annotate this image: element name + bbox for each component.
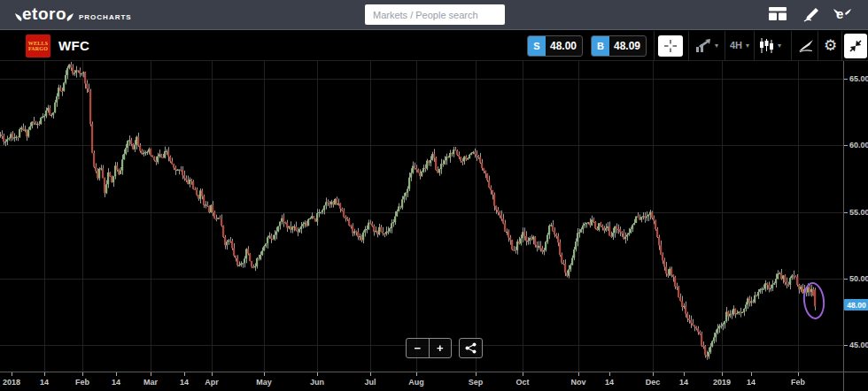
x-axis-tick-label: Nov — [570, 378, 585, 387]
time-axis[interactable]: 201814Feb14Mar14AprMayJunJulAugSepOctNov… — [0, 372, 868, 391]
x-axis-tick-label: 14 — [679, 378, 688, 387]
indicators-icon — [798, 39, 814, 52]
instrument-logo[interactable]: WELLS FARGO — [26, 34, 50, 58]
share-icon — [465, 342, 477, 354]
x-axis-tick — [798, 372, 799, 376]
x-axis-tick-label: 14 — [180, 378, 189, 387]
x-axis-tick — [476, 372, 477, 376]
x-axis-tick — [12, 372, 12, 376]
chart-toolbar: WELLS FARGO WFC S 48.00 B 48.09 ▾ 4H ▾ — [0, 31, 868, 61]
x-axis-tick-label: 14 — [112, 378, 120, 387]
procharts-label: PROCHARTS — [79, 13, 132, 21]
x-axis-tick-label: Apr — [205, 378, 219, 387]
x-axis-tick — [722, 372, 723, 376]
search-box[interactable] — [365, 4, 505, 25]
x-axis-tick — [44, 372, 45, 376]
y-axis-tick — [844, 279, 848, 280]
x-axis-tick — [151, 372, 151, 376]
candle-style-caret-icon: ▾ — [778, 42, 781, 50]
x-axis-tick-label: Dec — [646, 378, 661, 387]
topbar: etoro PROCHARTS e — [0, 0, 868, 30]
x-axis-tick — [653, 372, 654, 376]
x-axis-tick — [82, 372, 83, 376]
y-axis-tick-label: 65.00 — [849, 74, 868, 83]
x-axis-tick — [184, 372, 185, 376]
toolbar-separator — [654, 31, 655, 61]
etoro-logo[interactable]: etoro PROCHARTS — [14, 5, 132, 22]
chart-type-icon — [695, 39, 711, 52]
layout-icon[interactable] — [769, 7, 787, 24]
y-axis-tick-label: 50.00 — [849, 274, 868, 283]
x-axis-tick — [751, 372, 752, 376]
y-axis-tick — [844, 212, 848, 213]
toolbar-separator — [754, 31, 755, 61]
x-axis-tick — [317, 372, 318, 376]
x-axis-tick-label: Feb — [791, 378, 805, 387]
collapse-chart-button[interactable] — [844, 34, 867, 58]
etoro-logo-text: etoro — [22, 5, 66, 22]
x-axis-tick-label: Sep — [469, 378, 484, 387]
buy-price: 48.09 — [609, 36, 646, 56]
x-axis-tick — [416, 372, 417, 376]
x-axis-tick — [116, 372, 117, 376]
search-input[interactable] — [365, 10, 502, 20]
x-axis-tick-label: 2018 — [3, 378, 20, 387]
x-axis-tick-label: Feb — [75, 378, 89, 387]
candlestick-chart[interactable] — [0, 61, 843, 372]
etoro-logo-horn-left — [14, 12, 22, 22]
app-root: etoro PROCHARTS e WELLS FARGO WFC S — [0, 0, 868, 391]
buy-button[interactable]: B 48.09 — [591, 35, 647, 57]
x-axis-tick — [578, 372, 579, 376]
gear-icon: ⚙ — [824, 38, 837, 53]
x-axis-tick — [523, 372, 523, 376]
candle-style-button[interactable]: ▾ — [759, 38, 781, 53]
toolbar-separator — [725, 31, 725, 61]
instrument-logo-line2: FARGO — [28, 46, 48, 51]
candlestick-icon — [759, 38, 774, 53]
indicators-button[interactable] — [798, 39, 814, 52]
timeframe-button[interactable]: 4H ▾ — [730, 40, 749, 50]
crosshair-icon — [663, 39, 678, 53]
price-axis[interactable]: 48.00 65.0060.0055.0050.0045.00 — [843, 61, 868, 391]
y-axis-tick — [844, 345, 848, 346]
buy-letter: B — [592, 36, 609, 56]
y-axis-tick — [844, 79, 848, 80]
x-axis-tick-label: Jul — [364, 378, 376, 387]
x-axis-tick — [264, 372, 265, 376]
instrument-symbol: WFC — [58, 38, 89, 53]
y-axis-tick-label: 45.00 — [849, 341, 868, 349]
etoro-logo-horn-right — [66, 12, 74, 22]
crosshair-button[interactable] — [658, 35, 683, 57]
share-button[interactable] — [459, 338, 483, 358]
y-axis-tick-label: 60.00 — [849, 141, 868, 150]
x-axis-tick-label: Aug — [408, 378, 424, 387]
toolbar-separator — [841, 31, 842, 61]
x-axis-tick — [370, 372, 371, 376]
timeframe-label: 4H — [730, 40, 742, 50]
x-axis-tick — [609, 372, 610, 376]
toolbar-separator — [818, 31, 818, 61]
x-axis-tick-label: 14 — [40, 378, 49, 387]
x-axis-tick-label: 2019 — [713, 378, 731, 387]
sell-button[interactable]: S 48.00 — [527, 35, 583, 57]
toolbar-separator — [791, 31, 792, 61]
settings-button[interactable]: ⚙ — [824, 38, 837, 53]
y-axis-tick — [844, 145, 848, 146]
etoro-menu-horns — [833, 3, 852, 18]
x-axis-tick-label: Jun — [310, 378, 324, 387]
timeframe-caret-icon: ▾ — [746, 42, 749, 50]
last-price-tag: 48.00 — [844, 299, 868, 310]
zoom-in-button[interactable]: + — [430, 339, 452, 357]
y-axis-tick-label: 55.00 — [849, 208, 868, 217]
draw-pencil-icon[interactable] — [802, 7, 819, 26]
chart-type-button[interactable]: ▾ — [695, 39, 718, 52]
zoom-controls: − + — [406, 338, 452, 358]
x-axis-tick-label: 14 — [747, 378, 756, 387]
x-axis-tick — [212, 372, 213, 376]
etoro-menu-icon[interactable]: e — [836, 6, 843, 21]
chart-area: 48.00 65.0060.0055.0050.0045.00 201814Fe… — [0, 61, 868, 391]
sell-price: 48.00 — [546, 36, 582, 56]
sell-letter: S — [528, 36, 546, 56]
x-axis-tick-label: Oct — [515, 378, 529, 387]
zoom-out-button[interactable]: − — [407, 339, 429, 357]
